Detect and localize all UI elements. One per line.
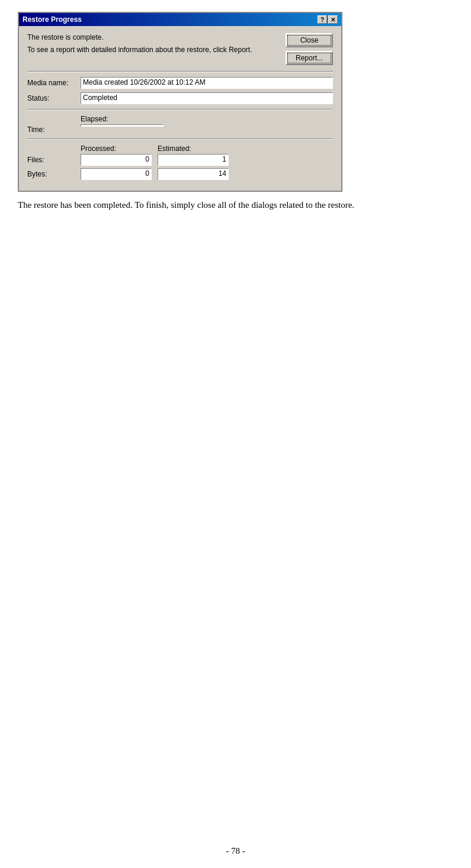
page-description-text: The restore has been completed. To finis… (18, 200, 453, 210)
time-label: Time: (27, 126, 81, 134)
separator-2 (27, 109, 333, 110)
dialog-title: Restore Progress (23, 15, 82, 24)
files-label: Files: (27, 156, 81, 164)
media-name-value: Media created 10/26/2002 at 10:12 AM (81, 77, 333, 89)
dialog-message: The restore is complete. To see a report… (27, 33, 286, 55)
bytes-processed-value: 0 (81, 168, 152, 180)
media-name-label: Media name: (27, 79, 81, 87)
close-button[interactable]: Close (286, 33, 333, 47)
files-bytes-section: Processed: Estimated: Files: 0 1 Bytes: … (27, 144, 333, 180)
bytes-label: Bytes: (27, 170, 81, 178)
dialog-top-row: The restore is complete. To see a report… (27, 33, 333, 65)
status-label: Status: (27, 94, 81, 102)
message-line2: To see a report with detailed informatio… (27, 45, 280, 55)
title-buttons: ? ✕ (318, 15, 338, 24)
processed-header: Processed: (81, 144, 158, 153)
bytes-row: Bytes: 0 14 (27, 168, 333, 180)
files-estimated-value: 1 (158, 154, 229, 166)
help-button[interactable]: ? (318, 15, 327, 24)
elapsed-label: Elapsed: (81, 115, 333, 123)
separator-3 (27, 139, 333, 140)
estimated-header: Estimated: (158, 144, 235, 153)
status-value: Completed (81, 92, 333, 104)
separator-1 (27, 71, 333, 72)
time-section: Time: Elapsed: (27, 115, 333, 134)
page-footer: - 78 - (0, 846, 471, 856)
bytes-estimated-value: 14 (158, 168, 229, 180)
dialog-body: The restore is complete. To see a report… (19, 26, 341, 191)
media-name-row: Media name: Media created 10/26/2002 at … (27, 77, 333, 89)
dialog-titlebar: Restore Progress ? ✕ (19, 13, 341, 26)
close-title-button[interactable]: ✕ (328, 15, 338, 24)
dialog-buttons: Close Report... (286, 33, 333, 65)
elapsed-value (81, 124, 164, 127)
column-headers: Processed: Estimated: (81, 144, 333, 153)
page-number: - 78 - (226, 846, 245, 856)
files-row: Files: 0 1 (27, 154, 333, 166)
report-button[interactable]: Report... (286, 51, 333, 65)
files-processed-value: 0 (81, 154, 152, 166)
status-row: Status: Completed (27, 92, 333, 104)
message-line1: The restore is complete. (27, 33, 280, 41)
restore-progress-dialog: Restore Progress ? ✕ The restore is comp… (18, 12, 342, 192)
